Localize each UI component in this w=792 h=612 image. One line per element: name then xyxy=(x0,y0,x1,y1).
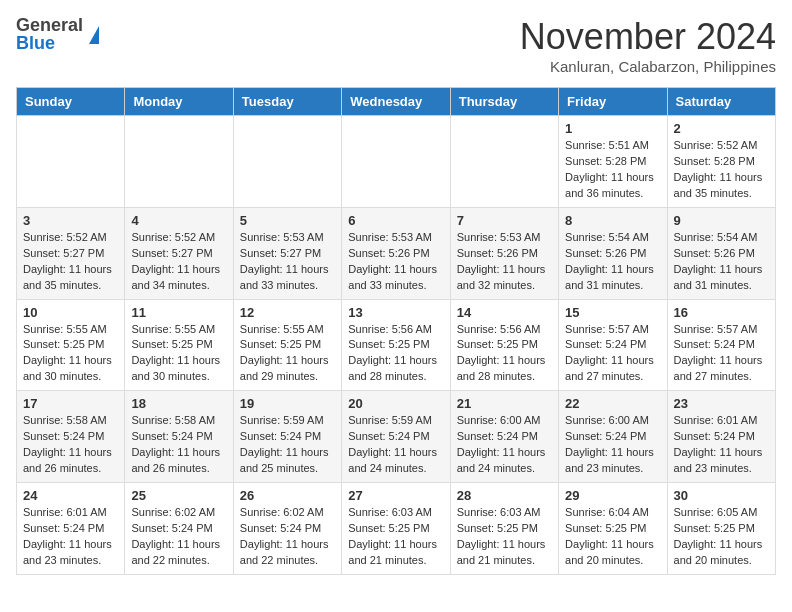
day-info: Sunrise: 6:02 AMSunset: 5:24 PMDaylight:… xyxy=(240,505,335,569)
day-number: 16 xyxy=(674,305,769,320)
day-number: 17 xyxy=(23,396,118,411)
day-number: 22 xyxy=(565,396,660,411)
calendar-week-row: 1Sunrise: 5:51 AMSunset: 5:28 PMDaylight… xyxy=(17,116,776,208)
calendar-cell: 21Sunrise: 6:00 AMSunset: 5:24 PMDayligh… xyxy=(450,391,558,483)
day-info: Sunrise: 5:55 AMSunset: 5:25 PMDaylight:… xyxy=(131,322,226,386)
day-number: 14 xyxy=(457,305,552,320)
day-info: Sunrise: 6:03 AMSunset: 5:25 PMDaylight:… xyxy=(348,505,443,569)
weekday-header-thursday: Thursday xyxy=(450,88,558,116)
weekday-header-row: SundayMondayTuesdayWednesdayThursdayFrid… xyxy=(17,88,776,116)
calendar-cell xyxy=(450,116,558,208)
day-number: 8 xyxy=(565,213,660,228)
weekday-header-saturday: Saturday xyxy=(667,88,775,116)
day-info: Sunrise: 5:54 AMSunset: 5:26 PMDaylight:… xyxy=(565,230,660,294)
calendar-cell: 20Sunrise: 5:59 AMSunset: 5:24 PMDayligh… xyxy=(342,391,450,483)
day-number: 25 xyxy=(131,488,226,503)
calendar-cell: 23Sunrise: 6:01 AMSunset: 5:24 PMDayligh… xyxy=(667,391,775,483)
calendar-cell: 29Sunrise: 6:04 AMSunset: 5:25 PMDayligh… xyxy=(559,483,667,575)
day-info: Sunrise: 5:53 AMSunset: 5:26 PMDaylight:… xyxy=(457,230,552,294)
calendar-week-row: 10Sunrise: 5:55 AMSunset: 5:25 PMDayligh… xyxy=(17,299,776,391)
logo-blue-text: Blue xyxy=(16,34,83,52)
day-info: Sunrise: 5:57 AMSunset: 5:24 PMDaylight:… xyxy=(674,322,769,386)
day-number: 12 xyxy=(240,305,335,320)
day-number: 1 xyxy=(565,121,660,136)
day-info: Sunrise: 5:53 AMSunset: 5:27 PMDaylight:… xyxy=(240,230,335,294)
day-number: 19 xyxy=(240,396,335,411)
day-number: 28 xyxy=(457,488,552,503)
logo-triangle-icon xyxy=(89,26,99,44)
day-info: Sunrise: 5:52 AMSunset: 5:28 PMDaylight:… xyxy=(674,138,769,202)
calendar-cell: 15Sunrise: 5:57 AMSunset: 5:24 PMDayligh… xyxy=(559,299,667,391)
calendar-cell: 13Sunrise: 5:56 AMSunset: 5:25 PMDayligh… xyxy=(342,299,450,391)
calendar-cell: 11Sunrise: 5:55 AMSunset: 5:25 PMDayligh… xyxy=(125,299,233,391)
day-info: Sunrise: 6:01 AMSunset: 5:24 PMDaylight:… xyxy=(23,505,118,569)
calendar-cell: 14Sunrise: 5:56 AMSunset: 5:25 PMDayligh… xyxy=(450,299,558,391)
calendar-cell: 6Sunrise: 5:53 AMSunset: 5:26 PMDaylight… xyxy=(342,207,450,299)
calendar-cell xyxy=(17,116,125,208)
day-info: Sunrise: 5:58 AMSunset: 5:24 PMDaylight:… xyxy=(131,413,226,477)
day-number: 29 xyxy=(565,488,660,503)
day-number: 30 xyxy=(674,488,769,503)
day-number: 21 xyxy=(457,396,552,411)
calendar-cell: 17Sunrise: 5:58 AMSunset: 5:24 PMDayligh… xyxy=(17,391,125,483)
calendar-cell: 27Sunrise: 6:03 AMSunset: 5:25 PMDayligh… xyxy=(342,483,450,575)
calendar-cell: 5Sunrise: 5:53 AMSunset: 5:27 PMDaylight… xyxy=(233,207,341,299)
calendar-cell: 25Sunrise: 6:02 AMSunset: 5:24 PMDayligh… xyxy=(125,483,233,575)
day-info: Sunrise: 5:56 AMSunset: 5:25 PMDaylight:… xyxy=(457,322,552,386)
weekday-header-sunday: Sunday xyxy=(17,88,125,116)
calendar-cell: 19Sunrise: 5:59 AMSunset: 5:24 PMDayligh… xyxy=(233,391,341,483)
calendar-cell: 12Sunrise: 5:55 AMSunset: 5:25 PMDayligh… xyxy=(233,299,341,391)
day-info: Sunrise: 6:00 AMSunset: 5:24 PMDaylight:… xyxy=(565,413,660,477)
weekday-header-wednesday: Wednesday xyxy=(342,88,450,116)
day-info: Sunrise: 5:54 AMSunset: 5:26 PMDaylight:… xyxy=(674,230,769,294)
page-header: General Blue November 2024 Kanluran, Cal… xyxy=(16,16,776,75)
calendar-cell: 18Sunrise: 5:58 AMSunset: 5:24 PMDayligh… xyxy=(125,391,233,483)
day-info: Sunrise: 5:52 AMSunset: 5:27 PMDaylight:… xyxy=(131,230,226,294)
calendar-cell xyxy=(125,116,233,208)
calendar-cell: 2Sunrise: 5:52 AMSunset: 5:28 PMDaylight… xyxy=(667,116,775,208)
day-number: 15 xyxy=(565,305,660,320)
day-number: 2 xyxy=(674,121,769,136)
day-number: 24 xyxy=(23,488,118,503)
day-info: Sunrise: 6:02 AMSunset: 5:24 PMDaylight:… xyxy=(131,505,226,569)
day-info: Sunrise: 5:55 AMSunset: 5:25 PMDaylight:… xyxy=(240,322,335,386)
day-number: 13 xyxy=(348,305,443,320)
day-number: 11 xyxy=(131,305,226,320)
calendar-cell: 24Sunrise: 6:01 AMSunset: 5:24 PMDayligh… xyxy=(17,483,125,575)
calendar-cell: 1Sunrise: 5:51 AMSunset: 5:28 PMDaylight… xyxy=(559,116,667,208)
day-number: 5 xyxy=(240,213,335,228)
day-info: Sunrise: 5:59 AMSunset: 5:24 PMDaylight:… xyxy=(348,413,443,477)
calendar-cell: 26Sunrise: 6:02 AMSunset: 5:24 PMDayligh… xyxy=(233,483,341,575)
calendar-table: SundayMondayTuesdayWednesdayThursdayFrid… xyxy=(16,87,776,575)
day-number: 9 xyxy=(674,213,769,228)
title-block: November 2024 Kanluran, Calabarzon, Phil… xyxy=(520,16,776,75)
day-info: Sunrise: 6:05 AMSunset: 5:25 PMDaylight:… xyxy=(674,505,769,569)
day-info: Sunrise: 5:52 AMSunset: 5:27 PMDaylight:… xyxy=(23,230,118,294)
calendar-cell xyxy=(233,116,341,208)
calendar-cell: 7Sunrise: 5:53 AMSunset: 5:26 PMDaylight… xyxy=(450,207,558,299)
logo-general-text: General xyxy=(16,16,83,34)
calendar-week-row: 24Sunrise: 6:01 AMSunset: 5:24 PMDayligh… xyxy=(17,483,776,575)
day-info: Sunrise: 5:59 AMSunset: 5:24 PMDaylight:… xyxy=(240,413,335,477)
logo: General Blue xyxy=(16,16,99,52)
calendar-cell: 16Sunrise: 5:57 AMSunset: 5:24 PMDayligh… xyxy=(667,299,775,391)
day-number: 27 xyxy=(348,488,443,503)
weekday-header-friday: Friday xyxy=(559,88,667,116)
day-number: 7 xyxy=(457,213,552,228)
location-subtitle: Kanluran, Calabarzon, Philippines xyxy=(520,58,776,75)
day-info: Sunrise: 6:01 AMSunset: 5:24 PMDaylight:… xyxy=(674,413,769,477)
day-info: Sunrise: 6:04 AMSunset: 5:25 PMDaylight:… xyxy=(565,505,660,569)
calendar-cell: 28Sunrise: 6:03 AMSunset: 5:25 PMDayligh… xyxy=(450,483,558,575)
day-info: Sunrise: 5:51 AMSunset: 5:28 PMDaylight:… xyxy=(565,138,660,202)
weekday-header-monday: Monday xyxy=(125,88,233,116)
day-info: Sunrise: 5:55 AMSunset: 5:25 PMDaylight:… xyxy=(23,322,118,386)
day-number: 18 xyxy=(131,396,226,411)
calendar-cell xyxy=(342,116,450,208)
calendar-cell: 9Sunrise: 5:54 AMSunset: 5:26 PMDaylight… xyxy=(667,207,775,299)
calendar-week-row: 17Sunrise: 5:58 AMSunset: 5:24 PMDayligh… xyxy=(17,391,776,483)
day-info: Sunrise: 5:58 AMSunset: 5:24 PMDaylight:… xyxy=(23,413,118,477)
day-number: 4 xyxy=(131,213,226,228)
month-title: November 2024 xyxy=(520,16,776,58)
day-number: 23 xyxy=(674,396,769,411)
calendar-cell: 10Sunrise: 5:55 AMSunset: 5:25 PMDayligh… xyxy=(17,299,125,391)
